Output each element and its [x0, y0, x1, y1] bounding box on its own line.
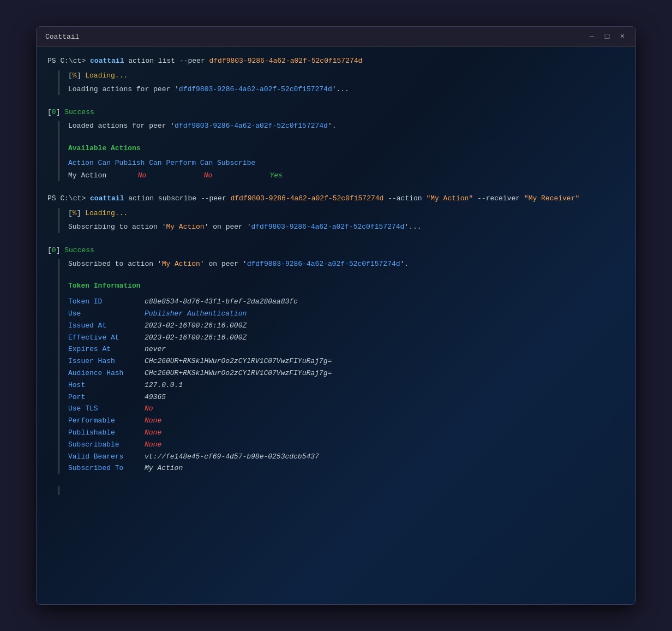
available-actions-title: Available Actions [68, 143, 625, 154]
loading-peer-id-1: dfdf9803-9286-4a62-a02f-52c0f157274d [179, 85, 332, 93]
use-tls-label: Use TLS [68, 403, 145, 415]
expires-at-label: Expires At [68, 344, 145, 355]
cmd-args-2a: action subscribe --peer [128, 194, 230, 203]
use-row: Use Publisher Authentication [68, 308, 625, 320]
valid-bearers-label: Valid Bearers [68, 451, 145, 463]
use-value: Publisher Authentication [145, 308, 247, 320]
cmd-action-quoted: "My Action" [426, 194, 473, 203]
effective-at-value: 2023-02-16T00:26:16.000Z [145, 332, 247, 344]
cmd-receiver-val: "My Receiver" [524, 194, 579, 203]
titlebar: Coattail — □ × [37, 27, 635, 47]
success-detail-end-1: '. [328, 122, 337, 130]
audience-hash-value: CHc260UR+RKSklHWurOo2zCYlRV1C07VwzFIYuRa… [145, 368, 332, 379]
terminal-cursor [58, 486, 625, 495]
maximize-button[interactable]: □ [603, 32, 611, 41]
loading-status-1: [%] Loading... [68, 70, 625, 82]
use-tls-value: No [145, 403, 153, 415]
subscribed-to-value: My Action [145, 463, 183, 474]
window-controls: — □ × [587, 32, 627, 41]
success-peer-id-1: dfdf9803-9286-4a62-a02f-52c0f157274d [175, 122, 328, 130]
token-id-row: Token ID c88e8534-8d76-43f1-bfef-2da280a… [68, 296, 625, 308]
loading-text-2: Loading... [85, 209, 128, 217]
issuer-hash-row: Issuer Hash CHc260UR+RKSklHWurOo2zCYlRV1… [68, 356, 625, 367]
loading-detail-prefix-1: Loading actions for peer ' [68, 85, 179, 93]
success-block-1: Loaded actions for peer 'dfdf9803-9286-4… [58, 121, 625, 181]
table-row-1: My Action No No Yes [68, 170, 625, 182]
close-button[interactable]: × [618, 32, 627, 41]
success-block-2: Subscribed to action 'My Action' on peer… [58, 259, 625, 475]
success-line-2: [0] Success [47, 245, 625, 257]
loading-status-2: [%] Loading... [68, 208, 625, 219]
table-header: Action Can Publish Can Perform Can Subsc… [68, 158, 625, 169]
success-sub-mid: ' on peer ' [200, 260, 247, 268]
loading-block-2: [%] Loading... Subscribing to action 'My… [58, 208, 625, 233]
expires-at-value: never [145, 344, 166, 355]
effective-at-row: Effective At 2023-02-16T00:26:16.000Z [68, 332, 625, 344]
token-info-section: Token ID c88e8534-8d76-43f1-bfef-2da280a… [68, 296, 625, 474]
performable-value: None [145, 415, 161, 427]
success-peer-id-2: dfdf9803-9286-4a62-a02f-52c0f157274d [247, 260, 400, 268]
cmd-args-1: action list --peer [128, 57, 209, 65]
table-can-subscribe: Yes [269, 171, 282, 180]
table-action-name: My Action [68, 170, 134, 182]
host-label: Host [68, 380, 145, 391]
subscribed-to-label: Subscribed To [68, 463, 145, 474]
performable-label: Performable [68, 415, 145, 427]
host-value: 127.0.0.1 [145, 380, 183, 391]
cmd-prefix-1: PS C:\ct> [47, 57, 86, 65]
performable-row: Performable None [68, 415, 625, 427]
loading-sub-prefix: Subscribing to action ' [68, 223, 166, 231]
valid-bearers-row: Valid Bearers vt://fe148e45-cf69-4d57-b9… [68, 451, 625, 463]
loading-peer-id-2: dfdf9803-9286-4a62-a02f-52c0f157274d [251, 223, 404, 231]
minimize-button[interactable]: — [587, 32, 596, 41]
success-line-1: [0] Success [47, 107, 625, 118]
subscribed-to-row: Subscribed To My Action [68, 463, 625, 474]
issued-at-row: Issued At 2023-02-16T00:26:16.000Z [68, 320, 625, 332]
publishable-label: Publishable [68, 427, 145, 439]
success-action-name: My Action [162, 260, 200, 268]
loading-detail-1: Loading actions for peer 'dfdf9803-9286-… [68, 84, 625, 96]
loading-detail-end-1: '... [332, 85, 349, 93]
loading-detail-2: Subscribing to action 'My Action' on pee… [68, 222, 625, 233]
table-can-publish: No [138, 170, 200, 182]
port-value: 49365 [145, 392, 166, 403]
audience-hash-label: Audience Hash [68, 368, 145, 379]
cmd-keyword-1: coattail [90, 57, 124, 65]
use-label: Use [68, 308, 145, 320]
expires-at-row: Expires At never [68, 344, 625, 355]
success-detail-2: Subscribed to action 'My Action' on peer… [68, 259, 625, 270]
terminal-body: PS C:\ct> coattail action list --peer df… [37, 47, 635, 504]
publishable-row: Publishable None [68, 427, 625, 439]
cmd-args-2b: --action [388, 194, 426, 203]
subscribable-value: None [145, 439, 161, 451]
success-sub-end: '. [400, 260, 409, 268]
loading-block-1: [%] Loading... Loading actions for peer … [58, 70, 625, 96]
subscribable-label: Subscribable [68, 439, 145, 451]
success-detail-prefix-1: Loaded actions for peer ' [68, 122, 175, 130]
cmd-args-2c: --receiver [477, 194, 524, 203]
issued-at-value: 2023-02-16T00:26:16.000Z [145, 320, 247, 332]
audience-hash-row: Audience Hash CHc260UR+RKSklHWurOo2zCYlR… [68, 368, 625, 379]
issuer-hash-label: Issuer Hash [68, 356, 145, 367]
loading-sub-end: '... [404, 223, 421, 231]
command-line-2: PS C:\ct> coattail action subscribe --pe… [47, 193, 625, 205]
issuer-hash-value: CHc260UR+RKSklHWurOo2zCYlRV1C07VwzFIYuRa… [145, 356, 332, 367]
table-can-perform: No [204, 170, 266, 182]
cmd-prefix-2: PS C:\ct> [47, 194, 86, 203]
publishable-value: None [145, 427, 161, 439]
token-id-value: c88e8534-8d76-43f1-bfef-2da280aa83fc [145, 296, 298, 308]
issued-at-label: Issued At [68, 320, 145, 332]
terminal-window: Coattail — □ × PS C:\ct> coattail action… [36, 26, 636, 605]
valid-bearers-value: vt://fe148e45-cf69-4d57-b98e-0253cdcb543… [145, 451, 319, 463]
subscribable-row: Subscribable None [68, 439, 625, 451]
host-row: Host 127.0.0.1 [68, 380, 625, 391]
success-text-2: Success [64, 246, 94, 254]
port-row: Port 49365 [68, 392, 625, 403]
use-tls-row: Use TLS No [68, 403, 625, 415]
command-line-1: PS C:\ct> coattail action list --peer df… [47, 56, 625, 67]
loading-text-1: Loading... [85, 72, 128, 80]
effective-at-label: Effective At [68, 332, 145, 344]
token-id-label: Token ID [68, 296, 145, 308]
token-info-title: Token Information [68, 281, 625, 292]
loading-bracket-1: [ [68, 72, 73, 80]
